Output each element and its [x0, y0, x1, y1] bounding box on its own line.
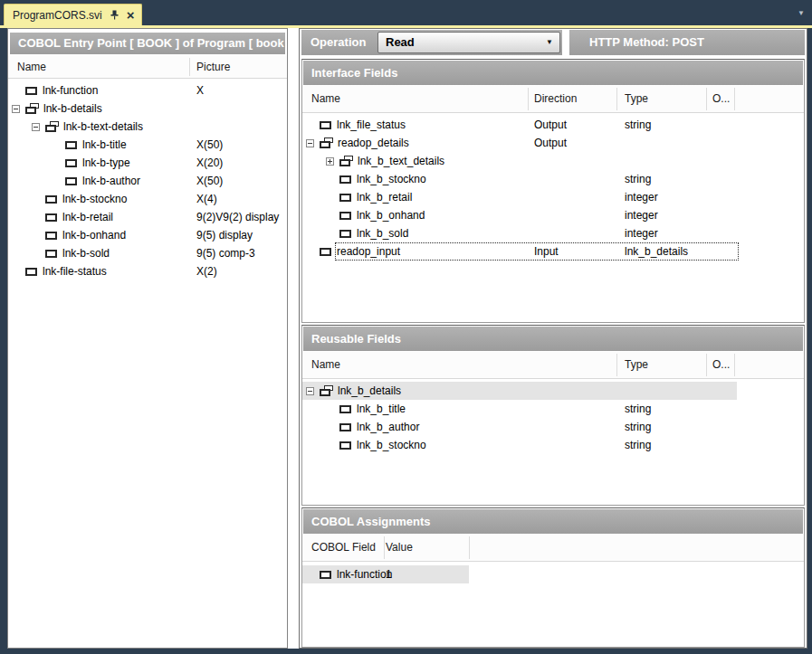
- expander-spacer: [32, 217, 45, 218]
- tree-row-lnk-b-author[interactable]: lnk-b-authorX(50): [8, 172, 287, 190]
- row-label: lnk_b_author: [357, 421, 419, 433]
- expand-icon[interactable]: [326, 157, 334, 166]
- cell-picture: X(2): [196, 262, 217, 280]
- tree-row-lnk_b_text_details[interactable]: lnk_b_text_details: [302, 152, 804, 170]
- cell-type: string: [625, 170, 651, 188]
- tree-row-lnk-function[interactable]: lnk-functionX: [8, 81, 287, 100]
- field-icon: [320, 248, 331, 256]
- reusable-fields-section: Reusable Fields Name Type O... lnk_b_det…: [301, 325, 805, 506]
- interface-fields-grid: lnk_file_statusOutputstringreadop_detail…: [302, 113, 804, 322]
- group-icon: [320, 385, 333, 396]
- expander-spacer: [326, 409, 339, 410]
- tree-row-lnk_b_title[interactable]: lnk_b_titlestring: [302, 400, 804, 418]
- tab-overflow-icon[interactable]: ▼: [798, 9, 805, 17]
- row-label: lnk-b-stockno: [62, 193, 127, 205]
- tree-row-lnk_b_author[interactable]: lnk_b_authorstring: [302, 418, 804, 436]
- tree-row-lnk-b-text-details[interactable]: lnk-b-text-details: [8, 118, 287, 136]
- expander-spacer: [326, 445, 339, 446]
- interface-fields-section: Interface Fields Name Direction Type O..…: [301, 59, 805, 323]
- field-icon: [320, 571, 331, 579]
- row-label: lnk_b_onhand: [357, 209, 425, 222]
- cell-type: string: [625, 400, 651, 418]
- cell-type: integer: [625, 224, 658, 242]
- tree-row-readop_input[interactable]: readop_inputInputlnk_b_details: [302, 242, 804, 261]
- tree-row-lnk_file_status[interactable]: lnk_file_statusOutputstring: [302, 116, 804, 134]
- tree-row-lnk-b-details[interactable]: lnk-b-details: [8, 100, 287, 118]
- close-icon[interactable]: ×: [127, 8, 135, 22]
- operation-select[interactable]: Read ▼: [377, 32, 560, 53]
- field-icon: [65, 177, 77, 185]
- expander-spacer: [12, 90, 25, 91]
- pin-icon[interactable]: [110, 10, 119, 20]
- tree-row-readop_details[interactable]: readop_detailsOutput: [302, 134, 804, 152]
- operation-bar: Operation Read ▼: [301, 30, 562, 55]
- row-label: readop_input: [337, 245, 400, 258]
- row-label: lnk-b-type: [82, 156, 130, 169]
- cell-picture: 9(2)V9(2) display: [196, 208, 279, 226]
- row-label: lnk_b_text_details: [358, 155, 444, 167]
- tab-programcors-svi[interactable]: ProgramCORS.svi ×: [4, 4, 142, 25]
- expander-spacer: [32, 235, 45, 236]
- expander-spacer: [32, 199, 45, 200]
- tree-row-lnk_b_details[interactable]: lnk_b_details: [302, 382, 804, 400]
- tree-row-lnk-file-status[interactable]: lnk-file-statusX(2): [8, 262, 287, 280]
- row-label: readop_details: [338, 137, 409, 149]
- collapse-icon[interactable]: [306, 139, 314, 147]
- cell-picture: 9(5) display: [196, 226, 253, 244]
- panel-splitter[interactable]: [288, 28, 299, 649]
- row-label: lnk_b_sold: [357, 227, 408, 240]
- cobol-assignments-grid: lnk-function1: [302, 562, 804, 647]
- tree-row-lnk-b-retail[interactable]: lnk-b-retail9(2)V9(2) display: [8, 208, 287, 226]
- tab-bar: ProgramCORS.svi ×: [0, 0, 812, 25]
- field-icon: [65, 159, 77, 167]
- tree-row-lnk-function[interactable]: lnk-function1: [302, 565, 804, 583]
- row-label: lnk_b_stockno: [357, 439, 426, 451]
- tree-row-lnk_b_stockno[interactable]: lnk_b_stocknostring: [302, 436, 804, 454]
- field-icon: [339, 194, 351, 202]
- cell-picture: X(50): [196, 172, 223, 190]
- group-icon: [320, 137, 333, 148]
- left-grid-header: Name Picture: [8, 56, 287, 79]
- expander-spacer: [52, 163, 65, 164]
- field-icon: [320, 121, 331, 129]
- tree-row-lnk-b-sold[interactable]: lnk-b-sold9(5) comp-3: [8, 244, 287, 262]
- tree-row-lnk-b-onhand[interactable]: lnk-b-onhand9(5) display: [8, 226, 287, 244]
- collapse-icon[interactable]: [12, 105, 20, 113]
- tree-row-lnk_b_retail[interactable]: lnk_b_retailinteger: [302, 188, 804, 206]
- column-header-name: Name: [311, 352, 340, 378]
- expander-spacer: [52, 181, 65, 182]
- expander-spacer: [306, 574, 320, 575]
- tree-row-lnk_b_onhand[interactable]: lnk_b_onhandinteger: [302, 206, 804, 224]
- row-label: lnk-b-author: [82, 175, 140, 187]
- tree-row-lnk_b_stockno[interactable]: lnk_b_stocknostring: [302, 170, 804, 188]
- row-label: lnk-b-details: [43, 102, 102, 115]
- field-icon: [339, 423, 351, 431]
- tree-row-lnk-b-type[interactable]: lnk-b-typeX(20): [8, 154, 287, 172]
- tree-row-lnk_b_sold[interactable]: lnk_b_soldinteger: [302, 224, 804, 242]
- column-separator: [616, 354, 617, 376]
- operation-row: Operation Read ▼ HTTP Method: POST: [301, 30, 805, 55]
- group-icon: [45, 121, 59, 132]
- cell-direction: Output: [534, 116, 567, 134]
- row-label: lnk-b-onhand: [62, 229, 126, 242]
- collapse-icon[interactable]: [32, 123, 40, 131]
- row-label: lnk_b_title: [357, 403, 406, 415]
- cell-type: lnk_b_details: [625, 242, 688, 261]
- collapse-icon[interactable]: [306, 387, 314, 395]
- row-label: lnk_file_status: [337, 118, 406, 131]
- cell-type: string: [625, 418, 651, 436]
- field-icon: [45, 250, 57, 258]
- cobol-entry-point-tree: lnk-functionXlnk-b-detailslnk-b-text-det…: [8, 79, 287, 648]
- http-method-label: HTTP Method: POST: [569, 30, 805, 55]
- group-icon: [339, 156, 353, 166]
- reusable-fields-header: Name Type O...: [302, 352, 804, 379]
- column-separator: [469, 536, 470, 559]
- tree-row-lnk-b-title[interactable]: lnk-b-titleX(50): [8, 136, 287, 154]
- column-header-name: Name: [311, 86, 340, 112]
- cell-type: integer: [625, 206, 658, 224]
- cell-type: integer: [625, 188, 658, 206]
- row-label: lnk_b_stockno: [357, 173, 426, 185]
- left-panel-title: COBOL Entry Point [ BOOK ] of Program [ …: [10, 33, 285, 54]
- cobol-assignments-section: COBOL Assignments COBOL Field Value lnk-…: [301, 507, 805, 648]
- tree-row-lnk-b-stockno[interactable]: lnk-b-stocknoX(4): [8, 190, 287, 208]
